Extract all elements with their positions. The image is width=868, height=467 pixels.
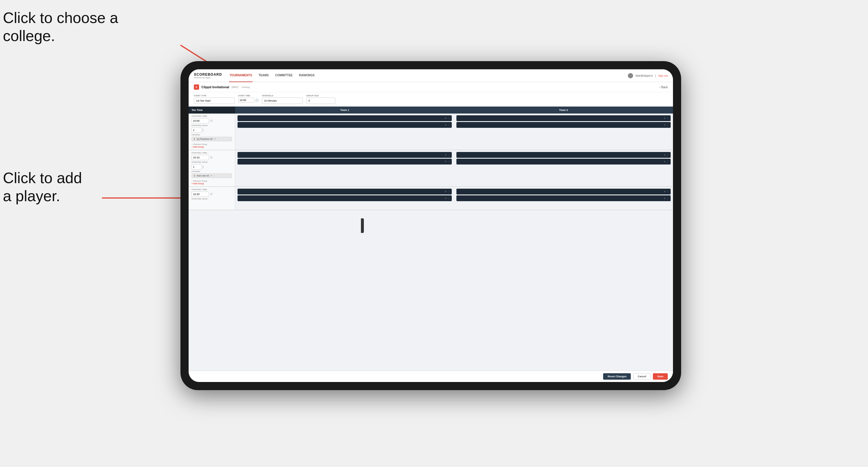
starting-hole-input-1[interactable] <box>191 127 202 133</box>
starting-hole-label-1: STARTING HOLE: <box>191 125 232 126</box>
remove-group-1[interactable]: ○ Remove Group <box>191 143 232 145</box>
add-group-2[interactable]: + Add Group <box>191 183 232 185</box>
team2-col-1: ✕ ⋮ ✕ ⋮ <box>454 114 673 150</box>
player-slot-1-1[interactable]: ✕ ⋮ <box>238 115 452 121</box>
team1-col-3: ✕ ⋮ ✕ ⋮ <box>235 187 454 210</box>
remove-group-2[interactable]: ○ Remove Group <box>191 180 232 182</box>
slot-remove-4-2[interactable]: ✕ <box>664 160 666 163</box>
reset-button[interactable]: Reset Changes <box>603 373 631 380</box>
slot-action-5-1[interactable]: ⋮ <box>448 190 450 193</box>
slot-remove-4-1[interactable]: ✕ <box>664 154 666 156</box>
tee-time-col-3: STARTING TIME: ⏱ STARTING HOLE: <box>189 187 235 210</box>
slot-action-4-2[interactable]: ⋮ <box>666 160 669 163</box>
brand-sub: Powered by clippd <box>194 76 222 79</box>
slot-remove-3-2[interactable]: ✕ <box>445 160 447 163</box>
slot-action-2-1[interactable]: ⋮ <box>666 117 669 120</box>
group-size-group: Group Size 3 <box>306 95 335 104</box>
nav-teams[interactable]: TEAMS <box>258 69 269 82</box>
nav-links: TOURNAMENTS TEAMS COMMITTEE RANKINGS <box>229 69 628 82</box>
tablet-screen: SCOREBOARD Powered by clippd TOURNAMENTS… <box>189 69 673 382</box>
cancel-button[interactable]: Cancel <box>633 373 651 380</box>
slot-action-6-2[interactable]: ⋮ <box>666 197 669 200</box>
navbar: SCOREBOARD Powered by clippd TOURNAMENTS… <box>189 69 673 82</box>
nav-tournaments[interactable]: TOURNAMENTS <box>229 69 253 82</box>
th-team1: Team 1 <box>235 106 454 114</box>
tee-time-col-1: STARTING TIME: ⏱ STARTING HOLE: ▲▼ COURS… <box>189 114 235 150</box>
table-row: STARTING TIME: ⏱ STARTING HOLE: ▲▼ COURS… <box>189 150 673 187</box>
course-edit-1[interactable]: ⋮ <box>217 138 219 140</box>
intervals-select[interactable]: 10 Minutes <box>262 97 303 104</box>
brand: SCOREBOARD Powered by clippd <box>194 72 222 79</box>
slot-remove-2-1[interactable]: ✕ <box>664 117 666 120</box>
player-slot-2-2[interactable]: ✕ ⋮ <box>457 122 671 128</box>
slot-remove-6-1[interactable]: ✕ <box>664 190 666 193</box>
slot-remove-6-2[interactable]: ✕ <box>664 197 666 200</box>
player-slot-6-1[interactable]: ✕ ⋮ <box>457 189 671 194</box>
course-edit-2[interactable]: ⋮ <box>213 175 216 177</box>
group-size-select[interactable]: 3 <box>306 97 335 104</box>
course-tag-1[interactable]: 🏌 (A) Peachtree GC ✕ ⋮ <box>191 137 232 141</box>
slot-remove-3-1[interactable]: ✕ <box>445 154 447 156</box>
player-slot-4-1[interactable]: ✕ ⋮ <box>457 152 671 158</box>
player-slot-6-2[interactable]: ✕ ⋮ <box>457 195 671 201</box>
hosting-badge: Hosting <box>242 86 250 89</box>
slot-action-3-1[interactable]: ⋮ <box>448 154 450 156</box>
sub-header-left: C Clippd Invitational (Men) Hosting <box>194 85 250 90</box>
starting-hole-label-2: STARTING HOLE: <box>191 161 232 163</box>
brand-name: SCOREBOARD <box>194 72 222 76</box>
course-remove-2[interactable]: ✕ <box>211 175 213 177</box>
player-slot-4-2[interactable]: ✕ ⋮ <box>457 159 671 164</box>
nav-rankings[interactable]: RANKINGS <box>298 69 315 82</box>
slot-remove-5-1[interactable]: ✕ <box>445 190 447 193</box>
slot-action-3-2[interactable]: ⋮ <box>448 160 450 163</box>
clock-icon-3: ⏱ <box>210 193 213 196</box>
start-type-select[interactable]: 1st Tee Start <box>194 97 235 104</box>
table-row: STARTING TIME: ⏱ STARTING HOLE: ▲▼ COURS… <box>189 114 673 150</box>
slot-action-2-2[interactable]: ⋮ <box>666 124 669 126</box>
starting-hole-input-2[interactable] <box>191 164 202 169</box>
starting-hole-label-3: STARTING HOLE: <box>191 198 232 200</box>
slot-remove-1-1[interactable]: ✕ <box>445 117 447 120</box>
player-slot-1-2[interactable]: ✕ ⋮ <box>238 122 452 128</box>
starting-time-input-2[interactable] <box>191 155 209 160</box>
group-size-label: Group Size <box>306 95 335 97</box>
sign-out-link[interactable]: Sign out <box>658 74 668 77</box>
slot-action-6-1[interactable]: ⋮ <box>666 190 669 193</box>
intervals-label: Intervals <box>262 95 303 97</box>
course-name-1: (A) Peachtree GC <box>197 138 213 140</box>
player-slot-2-1[interactable]: ✕ ⋮ <box>457 115 671 121</box>
starting-time-label-3: STARTING TIME: <box>191 189 232 190</box>
slot-action-4-1[interactable]: ⋮ <box>666 154 669 156</box>
player-slot-3-2[interactable]: ✕ ⋮ <box>238 159 452 164</box>
back-button[interactable]: ‹ Back <box>659 86 668 89</box>
th-tee-time: Tee Time <box>189 106 235 114</box>
start-time-input[interactable] <box>238 97 254 103</box>
save-button[interactable]: Save <box>653 373 668 380</box>
hole-spinner-2[interactable]: ▲▼ <box>202 165 204 168</box>
slot-remove-2-2[interactable]: ✕ <box>664 124 666 126</box>
clock-icon-1: ⏱ <box>210 119 213 122</box>
starting-time-label-1: STARTING TIME: <box>191 115 232 117</box>
slot-action-1-2[interactable]: ⋮ <box>448 124 450 126</box>
hole-spinner-1[interactable]: ▲▼ <box>202 128 204 132</box>
starting-time-input-3[interactable] <box>191 192 209 197</box>
slot-action-5-2[interactable]: ⋮ <box>448 197 450 200</box>
tee-time-col-2: STARTING TIME: ⏱ STARTING HOLE: ▲▼ COURS… <box>189 150 235 186</box>
slot-remove-5-2[interactable]: ✕ <box>445 197 447 200</box>
course-tag-2[interactable]: 🏌 East Lake GC ✕ ⋮ <box>191 174 232 178</box>
slot-remove-1-2[interactable]: ✕ <box>445 124 447 126</box>
nav-committee[interactable]: COMMITTEE <box>275 69 293 82</box>
tournament-title: Clippd Invitational <box>202 85 229 89</box>
team1-col-1: ✕ ⋮ ✕ ⋮ <box>235 114 454 150</box>
intervals-group: Intervals 10 Minutes <box>262 95 303 104</box>
player-slot-5-2[interactable]: ✕ ⋮ <box>238 195 452 201</box>
player-slot-5-1[interactable]: ✕ ⋮ <box>238 189 452 194</box>
annotation-add-player: Click to add a player. <box>3 169 82 205</box>
course-remove-1[interactable]: ✕ <box>214 138 216 140</box>
player-slot-3-1[interactable]: ✕ ⋮ <box>238 152 452 158</box>
course-label-1: COURSE: <box>191 134 232 136</box>
slot-action-1-1[interactable]: ⋮ <box>448 117 450 120</box>
divider: | <box>655 74 656 77</box>
add-group-1[interactable]: + Add Group <box>191 146 232 148</box>
starting-time-input-1[interactable] <box>191 118 209 123</box>
